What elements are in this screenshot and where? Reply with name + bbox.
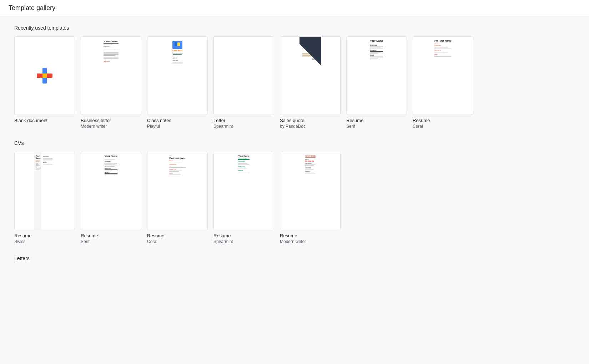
letters-section: Letters <box>14 256 575 261</box>
template-name-resume-coral: Resume <box>413 118 473 123</box>
template-name-blank: Blank document <box>14 118 75 123</box>
template-sub-resume-serif: Serif <box>346 124 407 129</box>
template-thumbnail-business-letter[interactable]: YOUR COMPANY <box>81 36 141 115</box>
main-content: Recently used templates Blank document <box>0 16 589 281</box>
template-name-class-notes: Class notes <box>147 118 208 123</box>
template-letter-spearmint[interactable]: Letter Spearmint <box>213 36 274 129</box>
svg-rect-5 <box>174 46 181 47</box>
template-business-letter[interactable]: YOUR COMPANY <box>81 36 141 129</box>
cvs-grid: Your Name Creative Director Skills Educa… <box>14 152 575 244</box>
template-sub-business-letter: Modern writer <box>81 124 141 129</box>
template-name-cv-spearmint: Resume <box>213 233 274 238</box>
template-resume-coral[interactable]: I'm First Name Job Title EXPERIENCE EDUC… <box>413 36 473 129</box>
resume-coral-preview: I'm First Name Job Title EXPERIENCE EDUC… <box>432 37 454 115</box>
page-title: Template gallery <box>9 4 55 11</box>
template-cv-coral[interactable]: Title First Last Name SKILLS EXPERIENCE … <box>147 152 208 244</box>
template-class-notes[interactable]: Class Notes Class name/subject • Item on… <box>147 36 208 129</box>
template-cv-spearmint[interactable]: Your Name Industrial Designer EXPERIENCE… <box>213 152 274 244</box>
letter-spearmint-preview <box>242 37 246 115</box>
template-name-cv-coral: Resume <box>147 233 208 238</box>
cv-coral-preview: Title First Last Name SKILLS EXPERIENCE … <box>167 152 187 230</box>
template-thumbnail-cv-modern[interactable]: YOUR NAME SKILLS SKILL SKILL SKILL EXPER… <box>280 152 341 230</box>
cv-swiss-preview: Your Name Creative Director Skills Educa… <box>34 152 55 230</box>
template-cv-swiss[interactable]: Your Name Creative Director Skills Educa… <box>14 152 75 244</box>
template-thumbnail-cv-spearmint[interactable]: Your Name Industrial Designer EXPERIENCE… <box>213 152 274 230</box>
svg-rect-2 <box>42 74 47 78</box>
recently-used-title: Recently used templates <box>14 25 575 31</box>
template-name-resume-serif: Resume <box>346 118 407 123</box>
template-name-cv-swiss: Resume <box>14 233 75 238</box>
template-sub-cv-serif: Serif <box>81 239 141 244</box>
recently-used-section: Recently used templates Blank document <box>14 25 575 129</box>
template-thumbnail-blank[interactable] <box>14 36 75 115</box>
template-name-cv-modern: Resume <box>280 233 341 238</box>
cv-spearmint-preview: Your Name Industrial Designer EXPERIENCE… <box>236 152 251 230</box>
template-sales-quote[interactable]: COMPANY NAME SALES QUOTE <box>280 36 341 129</box>
sales-quote-preview: COMPANY NAME SALES QUOTE <box>299 37 321 115</box>
class-notes-preview: Class Notes Class name/subject • Item on… <box>170 37 185 115</box>
sq-triangle-decoration <box>299 37 321 65</box>
template-thumbnail-sales-quote[interactable]: COMPANY NAME SALES QUOTE <box>280 36 341 115</box>
cvs-section: CVs Your Name Creative Director Skills E… <box>14 140 575 244</box>
template-thumbnail-cv-coral[interactable]: Title First Last Name SKILLS EXPERIENCE … <box>147 152 208 230</box>
template-thumbnail-resume-serif[interactable]: Your Name email • phone • address EXPERI… <box>346 36 407 115</box>
template-sub-class-notes: Playful <box>147 124 208 129</box>
book-icon <box>174 42 181 47</box>
template-name-business-letter: Business letter <box>81 118 141 123</box>
template-sub-cv-spearmint: Spearmint <box>213 239 274 244</box>
template-blank[interactable]: Blank document <box>14 36 75 129</box>
template-thumbnail-resume-coral[interactable]: I'm First Name Job Title EXPERIENCE EDUC… <box>413 36 473 115</box>
letters-title: Letters <box>14 256 575 261</box>
template-name-sales-quote: Sales quote <box>280 118 341 123</box>
template-cv-modern[interactable]: YOUR NAME SKILLS SKILL SKILL SKILL EXPER… <box>280 152 341 244</box>
header: Template gallery <box>0 0 589 16</box>
template-sub-letter-spearmint: Spearmint <box>213 124 274 129</box>
template-name-letter-spearmint: Letter <box>213 118 274 123</box>
cv-serif-preview: Your Name EXPERIENCE EDUCATION PRO <box>102 152 120 230</box>
template-thumbnail-cv-swiss[interactable]: Your Name Creative Director Skills Educa… <box>14 152 75 230</box>
template-sub-cv-coral: Coral <box>147 239 208 244</box>
template-name-cv-serif: Resume <box>81 233 141 238</box>
recently-used-grid: Blank document YOUR COMPANY <box>14 36 575 129</box>
cv-modern-preview: YOUR NAME SKILLS SKILL SKILL SKILL EXPER… <box>303 152 318 230</box>
template-thumbnail-class-notes[interactable]: Class Notes Class name/subject • Item on… <box>147 36 208 115</box>
template-cv-serif[interactable]: Your Name EXPERIENCE EDUCATION PRO <box>81 152 141 244</box>
template-sub-resume-coral: Coral <box>413 124 473 129</box>
cvs-title: CVs <box>14 140 575 146</box>
template-resume-serif[interactable]: Your Name email • phone • address EXPERI… <box>346 36 407 129</box>
template-sub-sales-quote: by PandaDoc <box>280 124 341 129</box>
template-sub-cv-swiss: Swiss <box>14 239 75 244</box>
template-thumbnail-letter-spearmint[interactable] <box>213 36 274 115</box>
business-letter-preview: YOUR COMPANY <box>101 37 121 115</box>
template-thumbnail-cv-serif[interactable]: Your Name EXPERIENCE EDUCATION PRO <box>81 152 141 230</box>
google-plus-icon <box>34 65 55 86</box>
resume-serif-preview: Your Name email • phone • address EXPERI… <box>368 37 385 115</box>
template-sub-cv-modern: Modern writer <box>280 239 341 244</box>
